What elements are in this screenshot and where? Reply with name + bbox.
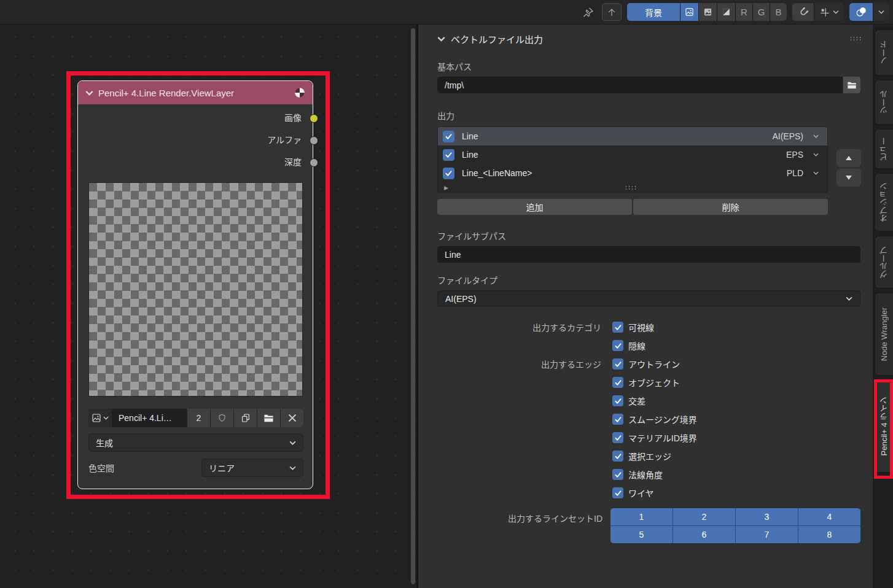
checkbox-wire[interactable] — [612, 487, 623, 498]
tab-view[interactable]: ビュー — [875, 129, 893, 169]
subpath-input[interactable]: Line — [437, 246, 860, 263]
checkbox-visible-lines[interactable] — [612, 322, 623, 333]
image-browse-dropdown[interactable] — [88, 409, 112, 427]
list-item[interactable]: Line_<LineName> PLD — [438, 164, 827, 182]
backdrop-label: 背景 — [631, 6, 676, 18]
output-list-wrap: Line AI(EPS) Line EPS Line_<Line — [437, 126, 860, 193]
tab-tool[interactable]: ツール — [875, 80, 893, 125]
checkbox-row: 交差 — [437, 392, 860, 410]
node-editor-scrollbar[interactable] — [411, 28, 415, 584]
backdrop-toggle-button[interactable]: 背景 — [627, 3, 680, 21]
render-layers-node[interactable]: Pencil+ 4.Line Render.ViewLayer 画像 アルファ … — [77, 80, 313, 489]
check-icon — [614, 471, 622, 479]
pin-icon[interactable] — [580, 4, 596, 20]
lineset-id-toggle-5[interactable]: 5 — [610, 526, 673, 543]
edge-group-label: 出力するエッジ — [437, 358, 601, 370]
checkbox-outline[interactable] — [612, 358, 623, 369]
lineset-id-toggle-7[interactable]: 7 — [736, 526, 798, 543]
checkbox-object[interactable] — [612, 377, 623, 388]
checkbox-checked[interactable] — [443, 168, 454, 179]
output-row-image: 画像 — [284, 110, 302, 125]
add-button[interactable]: 追加 — [437, 199, 632, 215]
fake-user-shield-icon[interactable] — [211, 409, 233, 427]
checkbox-row: 隠線 — [437, 336, 860, 355]
checkbox-intersection[interactable] — [612, 395, 623, 406]
checkbox-hidden-lines[interactable] — [612, 340, 623, 351]
lineset-id-toggle-3[interactable]: 3 — [736, 508, 798, 525]
overlays-dropdown[interactable] — [873, 3, 889, 21]
backdrop-alpha-icon[interactable] — [717, 3, 735, 21]
checkbox-selected-edges[interactable] — [612, 451, 623, 462]
list-item[interactable]: Line EPS — [438, 145, 827, 164]
node-header[interactable]: Pencil+ 4.Line Render.ViewLayer — [78, 81, 313, 104]
checkbox-row: オブジェクト — [437, 373, 860, 392]
overlays-toggle-icon[interactable] — [849, 3, 873, 21]
check-icon — [614, 342, 622, 350]
chevron-down-icon — [289, 441, 296, 445]
checkbox-smoothing-boundary[interactable] — [612, 414, 623, 425]
panel-header[interactable]: ベクトルファイル出力 — [437, 29, 860, 48]
panel-drag-grip-icon[interactable] — [849, 36, 860, 41]
chevron-down-icon — [878, 10, 884, 14]
output-label: 出力 — [437, 109, 860, 122]
sidebar-tabs: ノード ツール ビュー オプション グループ Node Wrangler Pen… — [873, 27, 893, 588]
base-path-label: 基本パス — [437, 60, 860, 72]
lineset-id-toggle-2[interactable]: 2 — [673, 508, 735, 525]
check-icon — [614, 379, 622, 387]
socket-alpha[interactable] — [310, 136, 318, 145]
chevron-down-icon — [846, 296, 852, 301]
channel-g-button[interactable]: G — [753, 3, 770, 21]
lineset-id-toggle-6[interactable]: 6 — [673, 526, 735, 543]
subpath-label: ファイルサブパス — [437, 230, 860, 242]
check-icon — [614, 360, 622, 368]
lineset-id-toggle-1[interactable]: 1 — [610, 508, 673, 525]
checkbox-checked[interactable] — [443, 131, 454, 142]
collapse-chevron-icon[interactable] — [85, 90, 93, 96]
output-row-alpha: アルファ — [267, 132, 302, 147]
filter-expand-icon[interactable]: ▶ — [444, 185, 448, 191]
image-source-dropdown[interactable]: 生成 — [88, 433, 303, 452]
base-path-input[interactable]: /tmp\ — [437, 77, 843, 93]
open-image-folder-icon[interactable] — [257, 409, 280, 427]
lineset-id-row: 出力するラインセットID 1 2 3 4 5 6 7 8 — [437, 508, 860, 543]
list-resize-grip-icon[interactable] — [625, 185, 637, 190]
snap-group — [792, 3, 844, 21]
delete-button[interactable]: 削除 — [633, 199, 828, 215]
backdrop-color-alpha-icon[interactable] — [680, 3, 698, 21]
lineset-id-toggle-4[interactable]: 4 — [798, 508, 860, 525]
tab-node-wrangler[interactable]: Node Wrangler — [875, 293, 893, 376]
chevron-down-icon — [103, 416, 109, 420]
panel-title: ベクトルファイル出力 — [451, 33, 844, 45]
panel-collapse-chevron-icon[interactable] — [437, 36, 445, 42]
socket-depth[interactable] — [310, 158, 318, 167]
move-to-parent-button[interactable] — [602, 3, 622, 21]
checkbox-checked[interactable] — [443, 149, 454, 161]
checkbox-row: 出力するエッジ アウトライン — [437, 355, 860, 373]
checkbox-normal-angle[interactable] — [612, 469, 623, 480]
move-down-button[interactable] — [836, 169, 861, 187]
tab-pencil4-line[interactable]: Pencil+ 4 ライン — [875, 380, 893, 473]
move-up-button[interactable] — [836, 149, 861, 167]
tab-options[interactable]: オプション — [875, 173, 893, 231]
snap-settings-dropdown[interactable] — [814, 3, 844, 21]
snap-toggle-magnet-icon[interactable] — [792, 3, 814, 21]
check-icon — [445, 133, 453, 141]
channel-b-button[interactable]: B — [770, 3, 787, 21]
backdrop-color-icon[interactable] — [699, 3, 717, 21]
browse-folder-button[interactable] — [843, 77, 860, 93]
unlink-x-icon[interactable] — [281, 409, 303, 427]
image-name-field[interactable]: Pencil+ 4.Li… — [112, 409, 187, 427]
filetype-dropdown[interactable]: AI(EPS) — [437, 290, 860, 307]
lineset-id-toggle-8[interactable]: 8 — [798, 526, 860, 543]
tab-node[interactable]: ノード — [875, 29, 893, 75]
new-image-copy-icon[interactable] — [234, 409, 257, 427]
image-users-count-button[interactable]: 2 — [187, 409, 210, 427]
socket-image[interactable] — [310, 114, 318, 123]
colorspace-dropdown[interactable]: リニア — [201, 458, 303, 477]
checkbox-material-id-boundary[interactable] — [612, 432, 623, 443]
image-datablock-widget: Pencil+ 4.Li… 2 — [88, 409, 303, 427]
check-icon — [614, 416, 622, 424]
list-item[interactable]: Line AI(EPS) — [438, 127, 827, 145]
channel-r-button[interactable]: R — [736, 3, 752, 21]
tab-group[interactable]: グループ — [875, 236, 893, 288]
